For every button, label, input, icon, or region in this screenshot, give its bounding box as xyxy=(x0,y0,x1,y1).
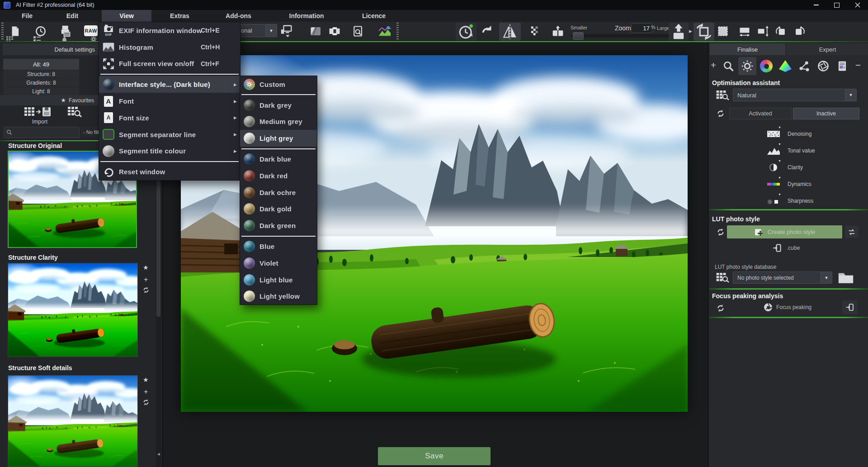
browse-presets-button[interactable] xyxy=(67,106,83,117)
add-preset-icon[interactable]: + xyxy=(144,276,148,283)
menubar-item-edit[interactable]: Edit xyxy=(54,10,90,22)
menubar-item-extras[interactable]: Extras xyxy=(156,10,203,22)
activated-button[interactable]: Activated xyxy=(729,108,792,119)
report-tool-button[interactable] xyxy=(833,57,851,75)
refresh-preset-button[interactable] xyxy=(142,286,150,294)
adjustment-sharpness[interactable]: ▼Sharpness xyxy=(709,192,868,209)
raw-settings-button[interactable]: RAW xyxy=(84,25,98,36)
add-tool-button[interactable]: + xyxy=(709,60,718,72)
zoom-slider-handle[interactable] xyxy=(573,32,584,40)
histogram-preview-button[interactable] xyxy=(377,24,393,38)
create-photo-style-button[interactable]: Create photo style xyxy=(727,225,842,238)
category-gradients-8[interactable]: Gradients: 8 xyxy=(3,79,79,87)
submenu-item-dark-red[interactable]: Dark red xyxy=(240,167,317,184)
search-tool-button[interactable] xyxy=(719,57,737,75)
rotate-canvas-button[interactable] xyxy=(693,23,714,41)
category-light-8[interactable]: Light: 8 xyxy=(3,87,79,95)
export-focus-analysis-button[interactable] xyxy=(842,300,858,314)
preset-thumbnail-structure-soft-details[interactable] xyxy=(8,375,138,467)
transparency-view-button[interactable] xyxy=(528,25,542,37)
zoom-value-input[interactable]: 17 xyxy=(631,23,652,33)
save-button[interactable]: Save xyxy=(378,447,491,465)
layout-frames-button[interactable] xyxy=(327,25,342,38)
export-to-monitor-button[interactable] xyxy=(279,24,294,38)
rotate-right-button[interactable] xyxy=(792,25,807,38)
menu-item-interface-style-dark-blue[interactable]: Interface style... (Dark blue)▶ xyxy=(99,76,240,93)
aperture-tool-button[interactable] xyxy=(814,57,832,75)
add-preset-icon[interactable]: + xyxy=(144,388,148,396)
focus-peaking-button[interactable] xyxy=(763,302,773,312)
fit-image-button[interactable] xyxy=(669,23,689,41)
reset-optimisation-button[interactable] xyxy=(716,109,726,119)
redo-button[interactable] xyxy=(480,24,495,38)
category-all-49[interactable]: All: 49 xyxy=(3,59,79,70)
chevron-right-icon[interactable]: ▶ xyxy=(689,29,692,33)
submenu-item-blue[interactable]: Blue xyxy=(240,238,317,255)
split-view-button[interactable] xyxy=(550,25,566,38)
menu-item-histogram[interactable]: HistogramCtrl+H xyxy=(99,39,240,56)
menu-item-segment-title-colour[interactable]: Segment title colour▶ xyxy=(99,143,240,160)
zoom-slider[interactable] xyxy=(571,34,674,38)
submenu-item-light-yellow[interactable]: Light yellow xyxy=(240,288,317,305)
menubar-item-view[interactable]: View xyxy=(102,10,151,22)
menubar-item-licence[interactable]: Licence xyxy=(349,10,399,22)
compare-style-button[interactable] xyxy=(845,226,859,238)
detail-viewer-button[interactable] xyxy=(352,24,364,38)
inactive-button[interactable]: Inactive xyxy=(793,108,859,119)
submenu-item-light-blue[interactable]: Light blue xyxy=(240,272,317,288)
open-lut-folder-button[interactable] xyxy=(837,271,855,284)
adjustment-tonal-value[interactable]: ▼Tonal value xyxy=(709,142,868,159)
refresh-preset-button[interactable] xyxy=(142,398,150,406)
submenu-item-light-grey[interactable]: Light grey xyxy=(240,130,317,147)
favourite-star-icon[interactable]: ★ xyxy=(143,264,149,271)
save-preset-button[interactable] xyxy=(24,106,52,117)
category-structure-8[interactable]: Structure: 8 xyxy=(3,70,79,78)
flip-horizontal-button[interactable] xyxy=(499,23,521,41)
submenu-item-dark-green[interactable]: Dark green xyxy=(240,217,317,234)
minimize-button[interactable] xyxy=(806,0,826,10)
optimisation-preset-dropdown[interactable]: Natural ▼ xyxy=(733,89,857,101)
scrollbar-arrow-icon[interactable]: ◀ xyxy=(156,451,161,457)
rotate-left-button[interactable] xyxy=(774,25,788,38)
tab-finalise[interactable]: Finalise xyxy=(710,43,785,55)
node-graph-tool-button[interactable] xyxy=(795,57,813,75)
remove-tool-button[interactable]: − xyxy=(854,60,863,72)
export-cube-button[interactable] xyxy=(772,243,782,253)
maximize-button[interactable] xyxy=(826,0,847,10)
favourite-star-icon[interactable]: ★ xyxy=(143,376,149,383)
menu-item-segment-separator-line[interactable]: Segment separator line▶ xyxy=(99,126,240,143)
lut-database-dropdown[interactable]: No photo style selected ▼ xyxy=(733,272,832,284)
menubar-item-add-ons[interactable]: Add-ons xyxy=(212,10,264,22)
color-wheel-tool-button[interactable] xyxy=(757,57,775,75)
submenu-item-violet[interactable]: Violet xyxy=(240,255,317,272)
menubar-item-information[interactable]: Information xyxy=(275,10,338,22)
tab-expert[interactable]: Expert xyxy=(787,43,868,55)
reset-focus-button[interactable] xyxy=(716,303,726,313)
menu-item-reset-window[interactable]: Reset window xyxy=(99,163,240,180)
crop-button[interactable] xyxy=(717,25,729,37)
toolbar-drag-handle[interactable] xyxy=(1,23,4,41)
reset-lut-button[interactable] xyxy=(716,227,726,237)
resize-height-button[interactable] xyxy=(756,25,770,38)
preset-thumbnail-structure-clarity[interactable] xyxy=(8,263,138,357)
adjustment-denoising[interactable]: ▼Denoising xyxy=(709,125,868,142)
menu-item-font-size[interactable]: AFont size▶ xyxy=(99,110,240,126)
default-settings-header[interactable]: Default settings xyxy=(3,43,99,55)
resize-width-button[interactable] xyxy=(738,25,751,38)
menubar-item-file[interactable]: File xyxy=(11,10,43,22)
submenu-item-dark-blue[interactable]: Dark blue xyxy=(240,151,317,167)
close-button[interactable] xyxy=(847,0,868,10)
preset-search-input[interactable] xyxy=(4,127,80,138)
submenu-item-dark-ochre[interactable]: Dark ochre xyxy=(240,184,317,201)
edit-history-button[interactable] xyxy=(456,23,476,41)
submenu-item-custom[interactable]: Custom xyxy=(240,76,317,93)
adjustment-dynamics[interactable]: ▼Dynamics xyxy=(709,176,868,192)
submenu-item-medium-grey[interactable]: Medium grey xyxy=(240,114,317,130)
optimisation-tool-button[interactable] xyxy=(738,57,756,75)
adjustment-clarity[interactable]: ▼Clarity xyxy=(709,159,868,176)
menu-item-full-screen-view-on-off[interactable]: Full screen view on/offCtrl+F xyxy=(99,56,240,72)
submenu-item-dark-gold[interactable]: Dark gold xyxy=(240,201,317,218)
menu-item-exif-information-window[interactable]: EXIFEXIF information windowCtrl+E xyxy=(99,22,240,39)
menu-item-font[interactable]: AFont▶ xyxy=(99,93,240,110)
favourites-row[interactable]: ★ Favourites xyxy=(0,95,99,105)
